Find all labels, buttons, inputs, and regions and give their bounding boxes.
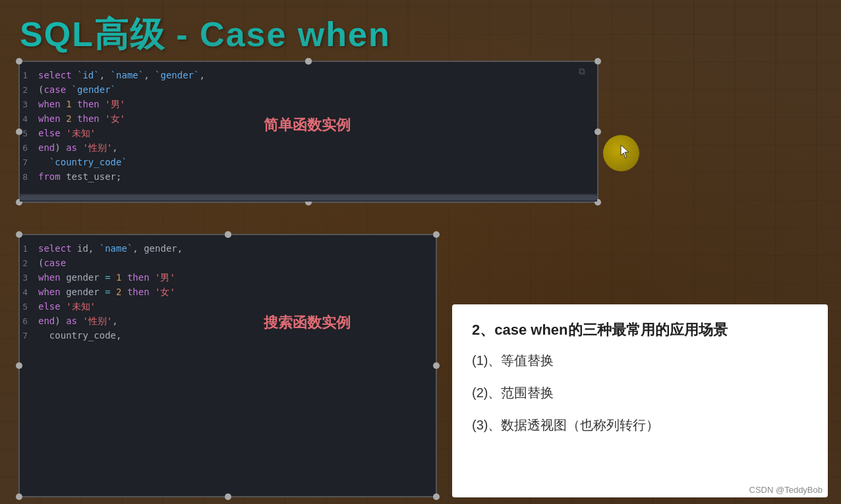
- line-code: from test_user;: [38, 171, 121, 182]
- code-block-bottom: 1select id, `name`, gender,2(case3when g…: [18, 234, 437, 497]
- handle-top-mid[interactable]: [305, 58, 312, 65]
- handle-tl[interactable]: [16, 58, 22, 65]
- line-number: 2: [20, 258, 38, 268]
- line-code: end) as '性别',: [38, 142, 118, 154]
- copy-icon[interactable]: ⧉: [579, 66, 592, 79]
- code-line: 5else '未知': [20, 300, 436, 314]
- code-bottom-inner: 1select id, `name`, gender,2(case3when g…: [20, 235, 436, 350]
- line-code: else '未知': [38, 128, 96, 140]
- code-line: 4when 2 then '女': [20, 112, 597, 126]
- info-item-1: (1)、等值替换: [472, 352, 808, 370]
- line-number: 8: [20, 172, 38, 182]
- handle-br-b[interactable]: [433, 493, 440, 500]
- info-heading: 2、case when的三种最常用的应用场景: [472, 320, 808, 340]
- code-line: 4when gender = 2 then '女': [20, 285, 436, 300]
- line-number: 4: [20, 287, 38, 297]
- line-code: (case `gender`: [38, 84, 116, 95]
- code-line: 2(case `gender`: [20, 83, 597, 98]
- code-line: 7 `country_code`: [20, 155, 597, 170]
- line-number: 5: [20, 302, 38, 312]
- line-number: 6: [20, 143, 38, 153]
- line-number: 1: [20, 244, 38, 254]
- info-panel: 2、case when的三种最常用的应用场景 (1)、等值替换 (2)、范围替换…: [452, 304, 828, 497]
- code-block-top: ⧉ 1select `id`, `name`, `gender`,2(case …: [18, 61, 598, 203]
- line-code: when 1 then '男': [38, 99, 125, 111]
- code-line: 3when 1 then '男': [20, 98, 597, 112]
- line-number: 5: [20, 128, 38, 138]
- handle-bottom-mid-b[interactable]: [225, 493, 231, 500]
- code-line: 8from test_user;: [20, 170, 597, 184]
- line-code: country_code,: [38, 330, 121, 341]
- handle-right[interactable]: [594, 128, 601, 135]
- code-top-inner: 1select `id`, `name`, `gender`,2(case `g…: [20, 62, 597, 191]
- info-item-2: (2)、范围替换: [472, 384, 808, 402]
- handle-top-mid-b[interactable]: [225, 231, 231, 238]
- code-line: 3when gender = 1 then '男': [20, 271, 436, 285]
- line-number: 7: [20, 331, 38, 341]
- handle-tl-b[interactable]: [16, 231, 22, 238]
- line-code: select `id`, `name`, `gender`,: [38, 70, 205, 80]
- line-number: 6: [20, 316, 38, 326]
- deco-circle: [603, 135, 639, 171]
- code-line: 1select id, `name`, gender,: [20, 242, 436, 256]
- code-line: 2(case: [20, 256, 436, 271]
- code-line: 5else '未知': [20, 126, 597, 141]
- line-code: when gender = 2 then '女': [38, 287, 175, 298]
- line-number: 4: [20, 114, 38, 124]
- handle-tr[interactable]: [594, 58, 601, 65]
- handle-tr-b[interactable]: [433, 231, 440, 238]
- line-code: end) as '性别',: [38, 316, 118, 327]
- line-number: 3: [20, 99, 38, 109]
- handle-right-b[interactable]: [433, 362, 440, 369]
- code-line: 7 country_code,: [20, 329, 436, 343]
- line-number: 2: [20, 85, 38, 95]
- line-number: 1: [20, 70, 38, 80]
- code-line: 1select `id`, `name`, `gender`,: [20, 69, 597, 83]
- line-code: (case: [38, 258, 66, 268]
- line-code: `country_code`: [38, 157, 127, 167]
- line-code: select id, `name`, gender,: [38, 243, 183, 254]
- watermark: CSDN @TeddyBob: [749, 485, 823, 495]
- info-item-3: (3)、数据透视图（也称列转行）: [472, 416, 808, 434]
- code-line: 6end) as '性别',: [20, 314, 436, 329]
- page-title: SQL高级 - Case when: [0, 0, 841, 65]
- line-code: else '未知': [38, 301, 96, 313]
- handle-left-b[interactable]: [16, 362, 22, 369]
- scrollbar-arrows: ◀▶: [20, 194, 597, 202]
- handle-left[interactable]: [16, 128, 22, 135]
- code-scrollbar[interactable]: ◀▶: [20, 194, 597, 202]
- line-number: 7: [20, 157, 38, 167]
- line-number: 3: [20, 273, 38, 283]
- code-line: 6end) as '性别',: [20, 141, 597, 155]
- line-code: when gender = 1 then '男': [38, 272, 175, 284]
- line-code: when 2 then '女': [38, 113, 125, 125]
- handle-bl-b[interactable]: [16, 493, 22, 500]
